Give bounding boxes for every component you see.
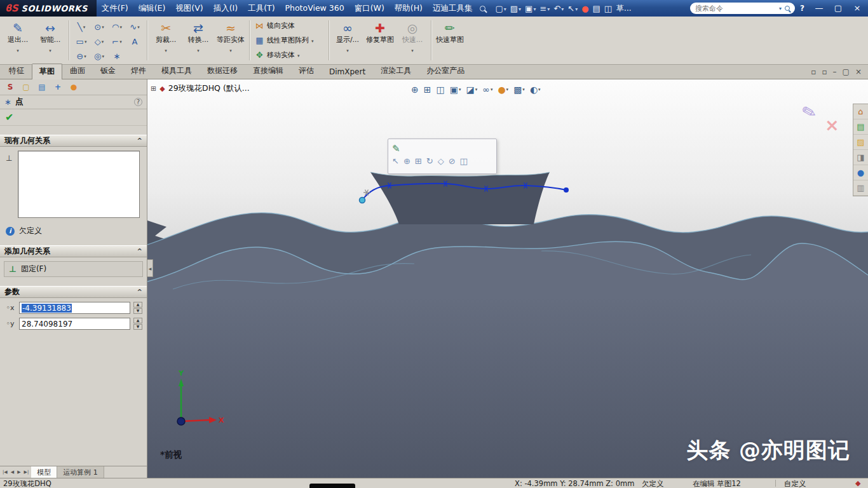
selected-sketch-point[interactable] (360, 198, 365, 203)
command-search-box[interactable]: ▾ (690, 3, 795, 14)
fix-relation-button[interactable]: ⊥ 固定(F) (4, 261, 143, 277)
menu-photoview[interactable]: PhotoView 360 (280, 0, 349, 17)
part-name[interactable]: 29玫瑰花DHQ (默认... (168, 83, 250, 94)
dropdown-arrow-icon[interactable] (229, 45, 232, 54)
rebuild-icon[interactable]: ● (581, 4, 589, 13)
mirror-entities-button[interactable]: ⋈ 镜向实体 (253, 20, 325, 32)
stepper-up-icon[interactable]: ▲ (133, 318, 142, 323)
tab-sketch[interactable]: 草图 (32, 64, 62, 79)
spline-icon[interactable]: ∿ (126, 20, 144, 34)
smart-dimension-button[interactable]: ↔ 智能... (35, 18, 65, 62)
slot-icon[interactable]: ⊖ (72, 49, 90, 64)
zoom-area-icon[interactable]: ⊞ (415, 156, 422, 166)
last-tab-icon[interactable]: ▶| (23, 470, 31, 475)
dropdown-arrow-icon[interactable] (311, 36, 314, 44)
exit-sketch-button[interactable]: ✎ 退出... (3, 18, 33, 62)
tab-evaluate[interactable]: 评估 (291, 63, 322, 79)
dropdown-arrow-icon[interactable] (197, 45, 200, 54)
tree-expand-icon[interactable]: ⊞ (151, 85, 156, 93)
add-relations-header[interactable]: 添加几何关系 ^ (0, 245, 147, 257)
existing-relations-header[interactable]: 现有几何关系 ^ (0, 135, 147, 147)
cancel-sketch-icon[interactable]: × (825, 115, 839, 135)
section-view-icon[interactable]: ◫ (460, 156, 468, 166)
view-settings-icon[interactable]: ◐ (530, 85, 541, 95)
cascade-windows-icon[interactable]: ▫ (811, 67, 816, 76)
rectangle-icon[interactable]: ▭ (72, 34, 90, 49)
quick-access-extra-label[interactable]: 草... (616, 3, 631, 14)
tab-direct-editing[interactable]: 直接编辑 (245, 63, 291, 79)
hide-show-items-icon[interactable]: ∞ (482, 85, 492, 95)
resources-home-icon[interactable]: ⌂ (853, 104, 868, 119)
rotate-view-icon[interactable]: ↻ (426, 156, 433, 166)
first-tab-icon[interactable]: |◀ (1, 470, 9, 475)
zoom-fit-icon[interactable]: ⊕ (411, 85, 419, 95)
dropdown-arrow-icon[interactable] (49, 45, 51, 54)
polygon-icon[interactable]: ◇ (90, 34, 108, 49)
properties-icon[interactable]: ▢ (20, 81, 32, 93)
design-library-icon[interactable]: ▤ (853, 119, 868, 135)
tab-dimxpert[interactable]: DimXpert (322, 65, 373, 79)
custom-properties-icon[interactable]: ▥ (853, 180, 868, 196)
ellipse-icon[interactable]: ◎ (90, 49, 108, 64)
panel-splitter-handle[interactable]: ◀ (147, 259, 153, 277)
dropdown-arrow-icon[interactable] (297, 51, 300, 59)
help-icon[interactable]: ? (134, 98, 142, 106)
stepper-down-icon[interactable]: ▼ (133, 324, 142, 330)
tab-surfaces[interactable]: 曲面 (62, 63, 93, 79)
feature-tree-flyout[interactable]: ⊞ ◆ 29玫瑰花DHQ (默认... (151, 83, 250, 94)
arc-icon[interactable]: ◠ (108, 20, 126, 34)
tab-motion-study[interactable]: 运动算例 1 (57, 466, 104, 478)
relations-listbox[interactable] (18, 151, 140, 218)
tab-render-tools[interactable]: 渲染工具 (373, 63, 419, 79)
apply-scene-icon[interactable]: ▩ (513, 85, 525, 95)
configurations-icon[interactable]: ▤ (36, 81, 48, 93)
circle-icon[interactable]: ⊙ (90, 20, 108, 34)
parameters-header[interactable]: 参数 ^ (0, 286, 147, 298)
rapid-sketch-button[interactable]: ✏ 快速草图 (435, 18, 465, 62)
dropdown-arrow-icon[interactable] (17, 45, 19, 54)
offset-entities-button[interactable]: ≈ 等距实体 (215, 18, 246, 62)
select-icon[interactable]: ↖ (567, 4, 578, 13)
sketch-icon[interactable]: ✎ (392, 143, 400, 154)
confirm-check-icon[interactable]: ✔ (5, 111, 13, 123)
open-icon[interactable]: ▨ (510, 4, 522, 13)
x-coordinate-input[interactable]: -4.39131883 (19, 302, 130, 314)
document-restore-button[interactable]: ▢ (843, 67, 850, 76)
convert-entities-button[interactable]: ⇄ 转换... (183, 18, 214, 62)
menu-view[interactable]: 视图(V) (170, 0, 208, 17)
measure-icon[interactable]: ⊘ (449, 156, 456, 166)
menu-file[interactable]: 文件(F) (97, 0, 133, 17)
linear-sketch-pattern-button[interactable]: ▦ 线性草图阵列 (253, 34, 325, 46)
dropdown-arrow-icon[interactable] (165, 45, 167, 54)
search-dropdown-icon[interactable]: ▾ (779, 6, 782, 11)
menu-maidi-tools[interactable]: 迈迪工具集 (428, 0, 478, 17)
window-icon[interactable]: ◫ (604, 4, 613, 13)
move-entities-button[interactable]: ✥ 移动实体 (253, 49, 325, 61)
undo-icon[interactable]: ↶ (553, 4, 564, 13)
display-manager-icon[interactable]: ● (68, 81, 79, 93)
tab-sheet-metal[interactable]: 钣金 (93, 63, 123, 79)
rose-model[interactable] (147, 172, 868, 478)
display-style-icon[interactable]: ◪ (466, 85, 477, 95)
new-document-icon[interactable]: ▢ (494, 4, 506, 13)
trim-entities-button[interactable]: ✂ 剪裁... (151, 18, 181, 62)
view-palette-icon[interactable]: ◨ (853, 150, 868, 165)
normal-to-icon[interactable]: ◇ (438, 156, 444, 166)
tab-data-migration[interactable]: 数据迁移 (200, 63, 245, 79)
menu-insert[interactable]: 插入(I) (208, 0, 243, 17)
collapse-panel-icon[interactable]: ◀ (149, 266, 152, 271)
edit-appearance-icon[interactable]: ● (498, 85, 508, 95)
file-explorer-icon[interactable]: ▨ (853, 135, 868, 150)
line-icon[interactable]: ╲ (72, 20, 90, 34)
model-canvas[interactable]: Y X (147, 79, 868, 478)
design-tree-icon[interactable]: S (4, 81, 16, 93)
collapse-icon[interactable]: ^ (137, 288, 142, 295)
text-icon[interactable]: A (126, 34, 144, 49)
select-icon[interactable]: ↖ (392, 156, 399, 166)
menu-window[interactable]: 窗口(W) (349, 0, 390, 17)
search-input[interactable] (695, 4, 776, 13)
spline-endpoint[interactable] (564, 187, 569, 193)
minimize-button[interactable]: — (810, 0, 829, 17)
menu-help[interactable]: 帮助(H) (390, 0, 428, 17)
tile-windows-icon[interactable]: ▫ (822, 67, 827, 76)
